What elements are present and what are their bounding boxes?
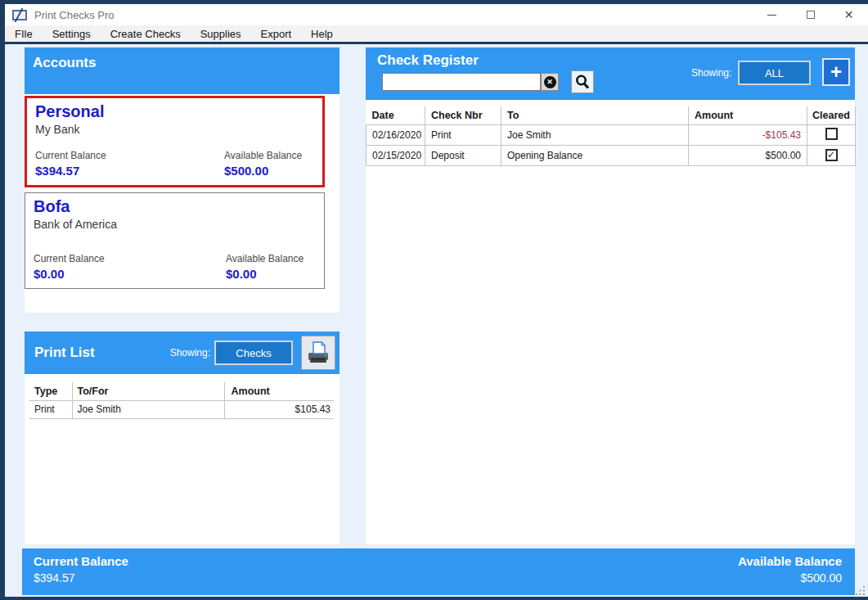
cell-to: Opening Balance [501,145,689,165]
window-border-bottom [0,597,868,600]
cell-amount: -$105.43 [689,124,807,145]
current-balance-value: $394.57 [35,164,106,178]
register-row[interactable]: 02/16/2020 Print Joe Smith -$105.43 [367,124,856,145]
cell-amount: $105.43 [224,400,334,418]
available-balance-value: $0.00 [226,267,313,281]
menu-settings[interactable]: Settings [43,25,101,42]
menu-help[interactable]: Help [301,25,343,42]
print-list-showing-label: Showing: [170,347,210,359]
search-button[interactable] [571,70,594,93]
print-list-row[interactable]: Print Joe Smith $105.43 [29,400,334,418]
account-bank: My Bank [35,123,322,136]
available-balance-label: Available Balance [226,253,313,264]
print-list-header-row: Type To/For Amount [29,382,334,400]
print-list-panel: Print List Showing: Checks Type To/F [25,332,340,544]
menu-bar: FIle Settings Create Checks Supplies Exp… [5,25,868,42]
maximize-icon[interactable] [791,4,830,25]
cell-date: 02/16/2020 [367,124,425,145]
check-register-title: Check Register [377,52,479,69]
footer-current-value: $394.57 [34,571,128,584]
accounts-header: Accounts [25,47,340,94]
window-controls: ✕ [753,4,868,25]
accounts-title: Accounts [33,55,340,71]
account-bank: Bank of America [34,218,324,231]
check-register-header: Check Register ✕ Showing: ALL + [366,47,855,100]
cleared-checkbox[interactable] [825,128,838,140]
footer-balance-bar: Current Balance $394.57 Available Balanc… [22,548,855,595]
menu-separator [0,42,868,44]
current-balance-label: Current Balance [34,253,105,264]
col-header-to-for: To/For [72,382,224,400]
add-transaction-button[interactable]: + [822,58,850,86]
accounts-panel: Accounts Personal My Bank Current Balanc… [25,47,340,313]
footer-available-value: $500.00 [738,571,842,584]
account-name: Personal [35,102,322,121]
window-border-left [0,0,5,600]
search-input[interactable] [382,73,541,91]
footer-available-label: Available Balance [738,554,842,568]
col-header-date: Date [367,106,425,124]
cell-to: Joe Smith [501,124,689,145]
footer-current-balance: Current Balance $394.57 [34,554,128,595]
minimize-icon[interactable] [753,4,791,25]
available-balance-label: Available Balance [224,150,311,161]
footer-available-balance: Available Balance $500.00 [738,554,842,595]
account-balances: Current Balance $394.57 Available Balanc… [35,150,311,178]
account-balances: Current Balance $0.00 Available Balance … [34,253,313,281]
col-header-check-nbr: Check Nbr [425,106,501,124]
close-icon[interactable]: ✕ [830,4,868,25]
cell-date: 02/15/2020 [367,145,425,165]
current-balance-value: $0.00 [34,267,105,281]
cell-cleared [807,124,856,145]
col-header-to: To [501,106,689,124]
register-row[interactable]: 02/15/2020 Deposit Opening Balance $500.… [367,145,856,165]
search-icon [574,74,591,90]
cell-type: Print [29,400,72,418]
footer-current-label: Current Balance [34,554,128,568]
cell-cleared [807,145,856,165]
check-register-panel: Check Register ✕ Showing: ALL + Date Che… [366,47,855,544]
register-header-row: Date Check Nbr To Amount Cleared [367,106,856,124]
print-button[interactable] [301,336,335,370]
col-header-amount: Amount [224,382,334,400]
current-balance-label: Current Balance [35,150,106,161]
register-showing-label: Showing: [691,61,731,85]
print-list-header: Print List Showing: Checks [25,332,340,374]
cleared-checkbox[interactable] [825,149,838,161]
check-register-table: Date Check Nbr To Amount Cleared 02/16/2… [366,106,856,166]
print-list-title: Print List [34,345,95,361]
print-list-filter-button[interactable]: Checks [214,341,293,365]
app-window: Print Checks Pro ✕ FIle Settings Create … [0,0,868,600]
resize-grip[interactable] [855,585,866,596]
cell-to-for: Joe Smith [72,400,224,418]
register-filter-button[interactable]: ALL [738,61,811,85]
menu-file[interactable]: FIle [5,25,43,42]
col-header-amount: Amount [689,106,807,124]
menu-export[interactable]: Export [251,25,302,42]
available-balance-value: $500.00 [224,164,311,178]
app-icon [12,10,27,20]
menu-create-checks[interactable]: Create Checks [101,25,191,42]
clear-search-icon: ✕ [544,76,556,88]
cell-check-nbr: Deposit [425,145,501,165]
menu-supplies[interactable]: Supplies [191,25,251,42]
col-header-type: Type [29,382,72,400]
window-title: Print Checks Pro [34,9,115,21]
cell-check-nbr: Print [425,124,501,145]
account-card-bofa[interactable]: Bofa Bank of America Current Balance $0.… [25,192,325,289]
printer-icon [305,340,331,366]
col-header-cleared: Cleared [807,106,856,124]
clear-search-button[interactable]: ✕ [541,73,559,91]
print-list-table: Type To/For Amount Print Joe Smith $105.… [29,382,334,419]
account-card-personal[interactable]: Personal My Bank Current Balance $394.57… [25,96,325,187]
cell-amount: $500.00 [689,145,807,165]
title-bar: Print Checks Pro ✕ [5,4,868,25]
account-name: Bofa [34,197,324,216]
